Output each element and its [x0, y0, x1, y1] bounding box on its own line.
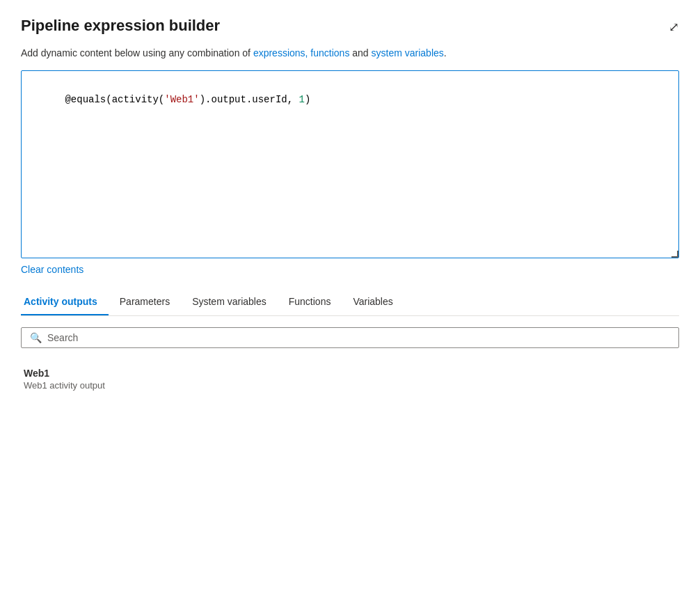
search-icon: 🔍: [30, 332, 42, 343]
tab-system-variables[interactable]: System variables: [181, 289, 278, 315]
subtitle-text-middle: and: [349, 47, 371, 58]
page-title: Pipeline expression builder: [21, 17, 220, 35]
subtitle-text-before: Add dynamic content below using any comb…: [21, 47, 253, 58]
search-box: 🔍: [21, 327, 679, 348]
expression-editor-wrapper: @equals(activity('Web1').output.userId, …: [21, 70, 679, 258]
tab-parameters[interactable]: Parameters: [109, 289, 181, 315]
tab-activity-outputs[interactable]: Activity outputs: [21, 289, 109, 315]
subtitle-text-after: .: [444, 47, 447, 58]
system-variables-link[interactable]: system variables: [372, 47, 444, 58]
expression-input[interactable]: @equals(activity('Web1').output.userId, …: [22, 71, 678, 258]
tab-bar: Activity outputs Parameters System varia…: [21, 289, 679, 316]
activity-list: Web1 Web1 activity output: [21, 362, 679, 396]
expand-icon[interactable]: ⤢: [669, 19, 679, 35]
expression-editor-border: @equals(activity('Web1').output.userId, …: [21, 70, 679, 258]
tab-variables[interactable]: Variables: [342, 289, 404, 315]
resize-handle[interactable]: [670, 249, 678, 258]
activity-item-description: Web1 activity output: [24, 380, 676, 391]
activity-item-name: Web1: [24, 368, 676, 379]
clear-contents-link[interactable]: Clear contents: [21, 264, 83, 275]
tab-functions[interactable]: Functions: [278, 289, 342, 315]
subtitle: Add dynamic content below using any comb…: [21, 46, 679, 61]
search-input[interactable]: [47, 332, 670, 343]
list-item[interactable]: Web1 Web1 activity output: [21, 362, 679, 396]
expressions-functions-link[interactable]: expressions, functions: [253, 47, 350, 58]
